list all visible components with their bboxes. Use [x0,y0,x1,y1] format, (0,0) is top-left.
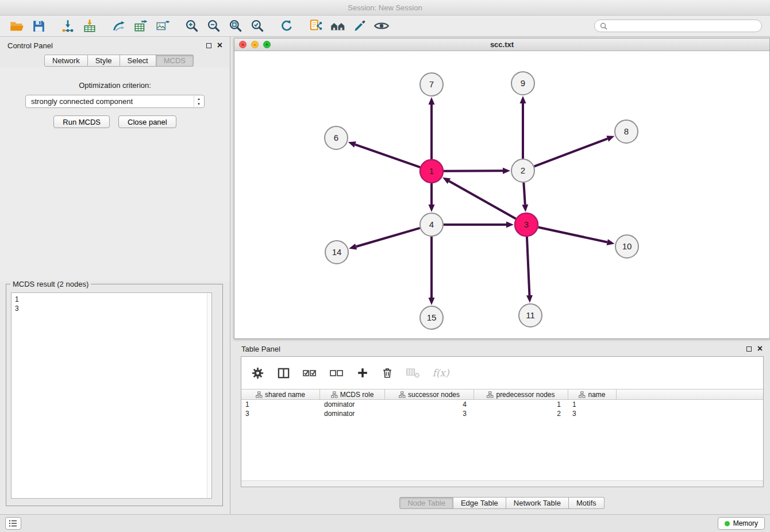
table-horizontal-scrollbar[interactable] [241,480,763,487]
trash-icon [381,367,394,379]
cell-name[interactable]: 3 [568,409,617,418]
graph-edge-arrowhead [429,97,435,105]
cell-successor-nodes[interactable]: 4 [385,400,474,409]
column-header-predecessor-nodes[interactable]: predecessor nodes [474,390,568,399]
tab-mcds[interactable]: MCDS [156,55,194,67]
column-header-mcds-role[interactable]: MCDS role [320,390,385,399]
export-image-icon [155,18,170,33]
result-scrollbar[interactable] [207,293,211,498]
graph-edge-2-3[interactable] [523,183,525,205]
tab-network-table[interactable]: Network Table [506,497,569,509]
function-builder-button[interactable]: f(x) [430,364,451,382]
close-table-panel-icon[interactable]: × [757,344,763,353]
graph-edge-arrowhead [429,205,435,212]
open-network-in-browser-button[interactable] [305,17,327,35]
columns-icon [277,367,290,380]
table-panel-header: Table Panel × [234,342,770,356]
graph-edge-3-1[interactable] [449,181,515,219]
dropdown-stepper-icon: ▲▼ [194,96,203,107]
network-window-titlebar[interactable]: × − + scc.txt [234,38,769,51]
delete-column-button[interactable] [380,364,395,382]
unchecked-boxes-icon [329,367,344,379]
import-network-icon [60,18,75,33]
delete-table-button[interactable] [405,364,421,382]
table-header-row: shared name MCDS role successor nodes pr… [241,389,763,400]
graph-edge-arrowhead [526,295,533,303]
cell-name[interactable]: 1 [568,400,617,409]
graph-edge-3-10[interactable] [538,227,607,242]
tab-node-table[interactable]: Node Table [399,497,453,509]
close-panel-button[interactable]: Close panel [118,115,176,128]
float-table-panel-icon[interactable] [746,346,752,352]
select-all-columns-button[interactable] [301,364,318,382]
graph-node-label: 2 [521,165,525,175]
import-table-button[interactable] [79,17,101,35]
close-window-button[interactable]: × [239,41,247,48]
search-input[interactable] [610,22,756,30]
task-history-button[interactable] [5,517,21,530]
zoom-selected-button[interactable] [247,17,268,35]
first-neighbors-button[interactable] [327,17,349,35]
table-settings-button[interactable] [249,364,265,382]
graph-node-label: 14 [332,247,342,257]
float-panel-icon[interactable] [206,43,211,48]
zoom-out-button[interactable] [203,17,225,35]
graph-edge-2-8[interactable] [534,138,608,166]
graph-edge-1-6[interactable] [355,145,420,168]
column-header-name[interactable]: name [568,390,617,399]
mcds-result-textarea[interactable]: 1 3 [11,292,212,499]
memory-button[interactable]: Memory [718,517,765,530]
graph-edge-3-11[interactable] [527,237,530,295]
criterion-dropdown[interactable]: strongly connected component ▲▼ [25,95,205,108]
table-panel: Table Panel × [234,342,770,510]
main-toolbar [0,16,770,37]
column-header-shared-name[interactable]: shared name [241,390,320,399]
graph-node-label: 9 [521,78,525,88]
table-row: 1 dominator 4 1 1 [241,400,763,409]
graph-edge-arrowhead [606,136,614,141]
run-mcds-button[interactable]: Run MCDS [53,115,110,128]
cell-mcds-role[interactable]: dominator [320,400,385,409]
export-table-button[interactable] [130,17,152,35]
refresh-view-button[interactable] [276,17,298,35]
minimize-window-button[interactable]: − [251,41,259,48]
cell-predecessor-nodes[interactable]: 1 [474,400,568,409]
maximize-window-button[interactable]: + [263,41,271,48]
tab-style[interactable]: Style [88,55,120,67]
tab-motifs[interactable]: Motifs [569,497,605,509]
network-canvas[interactable]: 7968124314101511 [234,51,769,338]
gear-icon [251,367,264,380]
tab-edge-table[interactable]: Edge Table [453,497,506,509]
optimization-criterion-label: Optimization criterion: [0,81,230,90]
cell-successor-nodes[interactable]: 3 [385,409,474,418]
show-graphics-details-button[interactable] [371,17,392,35]
tab-network[interactable]: Network [44,55,88,67]
zoom-in-icon [184,18,199,33]
zoom-in-button[interactable] [181,17,203,35]
graph-edge-4-14[interactable] [356,228,420,246]
cell-shared-name[interactable]: 1 [241,400,320,409]
import-network-button[interactable] [57,17,79,35]
paint-brush-icon [352,18,367,33]
window-titlebar[interactable]: Session: New Session [0,0,770,16]
node-table-container: f(x) shared name MCDS role successor nod… [241,356,764,487]
cell-mcds-role[interactable]: dominator [320,409,385,418]
table-panel-title: Table Panel [241,345,280,353]
search-box[interactable] [594,20,762,32]
cell-shared-name[interactable]: 3 [241,409,320,418]
create-column-button[interactable] [355,364,370,382]
apply-style-button[interactable] [349,17,371,35]
close-panel-icon[interactable]: × [217,41,222,50]
deselect-all-columns-button[interactable] [328,364,345,382]
show-columns-button[interactable] [275,364,291,382]
export-image-button[interactable] [152,17,174,35]
save-floppy-icon [32,19,46,33]
save-session-button[interactable] [28,17,49,35]
tab-select[interactable]: Select [120,55,156,67]
zoom-fit-button[interactable] [225,17,247,35]
graph-edge-1-2[interactable] [444,171,503,171]
export-network-button[interactable] [108,17,130,35]
open-file-button[interactable] [6,17,28,35]
column-header-successor-nodes[interactable]: successor nodes [385,390,474,399]
cell-predecessor-nodes[interactable]: 2 [474,409,568,418]
